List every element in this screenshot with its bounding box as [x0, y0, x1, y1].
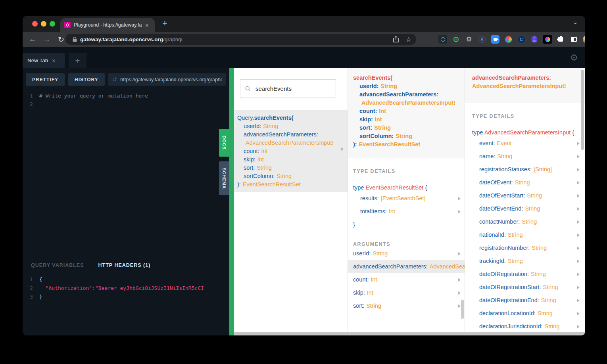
expand-icon[interactable]	[577, 168, 580, 171]
type-field-row[interactable]: dateOfEvent:String	[465, 176, 585, 189]
expand-icon[interactable]	[458, 210, 461, 213]
react-devtools-icon[interactable]	[438, 35, 447, 44]
docs-search-box[interactable]	[240, 79, 336, 98]
endpoint-field[interactable]: ↺	[108, 73, 226, 86]
type-field-row[interactable]: event:Event	[465, 137, 585, 150]
argument-row[interactable]: skip:Int	[348, 286, 465, 299]
expand-icon[interactable]	[577, 234, 580, 237]
type-field-row[interactable]: dateOfRegistration:String	[465, 268, 585, 281]
column-scrollbar[interactable]	[581, 70, 584, 150]
new-tab-button[interactable]: +	[162, 19, 167, 28]
history-button[interactable]: HISTORY	[68, 73, 105, 86]
expand-icon[interactable]	[577, 286, 580, 289]
expand-icon[interactable]	[458, 305, 461, 308]
search-result-query-searchevents[interactable]: Query.searchEvents( userId:String advanc…	[234, 110, 348, 192]
settings-gear-icon[interactable]: ⚙	[570, 52, 578, 63]
minimize-window-button[interactable]	[41, 21, 46, 27]
reload-button[interactable]: ↻	[57, 35, 65, 44]
type-field-row[interactable]: dateOfEventStart:String	[465, 189, 585, 202]
extensions-row: ⚙ A C	[438, 35, 585, 44]
a-badge-icon[interactable]: A	[478, 35, 486, 44]
c-swirl-icon[interactable]: C	[517, 35, 526, 44]
endpoint-input[interactable]	[120, 77, 222, 82]
type-field-row[interactable]: registrationStatuses:[String]	[465, 163, 585, 176]
pinwheel-icon[interactable]	[543, 35, 552, 44]
http-headers-editor[interactable]: 1{ 2 "Authorization":"Bearer eyJhbGciOiJ…	[23, 275, 229, 301]
type-field-row[interactable]: dateOfRegistrationStart:String	[465, 281, 585, 294]
type-field-row[interactable]: dateOfEventEnd:String	[465, 202, 585, 215]
prettify-button[interactable]: PRETTIFY	[26, 73, 65, 86]
docs-search-input[interactable]	[255, 85, 331, 92]
forward-button[interactable]: →	[42, 35, 51, 44]
expand-icon[interactable]	[577, 273, 580, 276]
expand-icon[interactable]	[577, 325, 580, 328]
argument-row[interactable]: count:Int	[348, 273, 465, 286]
pane-divider[interactable]	[229, 68, 234, 335]
loom-asterisk-icon[interactable]	[504, 35, 513, 44]
type-name-link[interactable]: AdvancedSearchParametersInput	[484, 129, 571, 136]
puzzle-extensions-icon[interactable]	[556, 35, 565, 44]
expand-icon[interactable]	[458, 291, 461, 295]
expand-icon[interactable]	[577, 299, 580, 302]
return-type-link[interactable]: EventSearchResultSet	[243, 181, 301, 188]
tab-http-headers[interactable]: HTTP HEADERS (1)	[98, 262, 151, 268]
address-bar[interactable]: gateway.farajaland.opencrvs.org/graphql …	[65, 34, 416, 45]
session-tab-close-icon[interactable]: ×	[52, 57, 55, 64]
argument-row[interactable]: advancedSearchParameters:AdvancedSearchP…	[348, 260, 465, 273]
expand-icon[interactable]	[341, 148, 344, 151]
zoom-camera-icon[interactable]	[491, 35, 499, 44]
argument-type-link[interactable]: AdvancedSearchParametersInput!	[472, 83, 566, 89]
reload-schema-icon[interactable]: ↺	[112, 76, 117, 83]
session-tab-new-tab[interactable]: New Tab ×	[23, 53, 65, 68]
type-field-row[interactable]: totalItems:Int	[348, 205, 465, 218]
type-field-row[interactable]: contactNumber:String	[465, 215, 585, 228]
column-scrollbar[interactable]	[461, 300, 464, 319]
browser-tab[interactable]: Playground - https://gateway.fa ×	[60, 18, 155, 32]
purple-asterisk-icon[interactable]	[530, 35, 539, 44]
expand-icon[interactable]	[577, 207, 580, 211]
expand-icon[interactable]	[577, 312, 580, 315]
type-name-link[interactable]: EventSearchResultSet	[365, 184, 423, 191]
type-field-row[interactable]: registrationNumber:String	[465, 241, 585, 255]
gear-extension-icon[interactable]: ⚙	[465, 35, 473, 44]
tab-search-chevron-icon[interactable]: ⌄	[573, 18, 578, 26]
query-editor[interactable]: 1# Write your query or mutation here 2	[23, 86, 229, 265]
type-field-row[interactable]: results:[EventSearchSet]	[348, 192, 465, 205]
tab-query-variables[interactable]: QUERY VARIABLES	[31, 262, 84, 268]
docs-field-column: searchEvents( userId:String advancedSear…	[348, 68, 465, 335]
expand-icon[interactable]	[458, 278, 461, 282]
back-button[interactable]: ←	[28, 35, 37, 44]
expand-icon[interactable]	[577, 247, 580, 250]
type-field-row[interactable]: nationalId:String	[465, 228, 585, 241]
type-field-row[interactable]: trackingId:String	[465, 255, 585, 268]
type-field-row[interactable]: dateOfRegistrationEnd:String	[465, 294, 585, 307]
expand-icon[interactable]	[577, 220, 580, 224]
expand-icon[interactable]	[577, 142, 580, 145]
variables-tabs: QUERY VARIABLES HTTP HEADERS (1)	[23, 256, 229, 268]
expand-icon[interactable]	[577, 155, 580, 158]
return-type-link[interactable]: EventSearchResultSet	[359, 141, 421, 148]
schema-tab[interactable]: SCHEMA	[219, 161, 229, 195]
type-field-row[interactable]: declarationJurisdictionId:String	[465, 320, 585, 333]
expand-icon[interactable]	[458, 197, 461, 200]
share-icon[interactable]	[393, 36, 399, 42]
docs-horizontal-scrollbar[interactable]	[234, 332, 585, 335]
argument-row[interactable]: userId:String	[348, 247, 465, 260]
zoom-window-button[interactable]	[50, 21, 55, 27]
bookmark-star-icon[interactable]: ☆	[406, 36, 411, 43]
green-radar-icon[interactable]	[451, 35, 460, 44]
docs-tab[interactable]: DOCS	[219, 129, 229, 157]
browser-menu-icon[interactable]: ⋮	[573, 35, 580, 43]
expand-icon[interactable]	[577, 181, 580, 184]
new-session-button[interactable]: +	[69, 53, 86, 68]
expand-icon[interactable]	[577, 260, 580, 263]
close-window-button[interactable]	[32, 21, 38, 27]
browser-tab-title: Playground - https://gateway.fa	[74, 22, 142, 28]
expand-icon[interactable]	[577, 194, 580, 197]
type-field-row[interactable]: name:String	[465, 150, 585, 163]
tab-close-icon[interactable]: ×	[145, 22, 149, 28]
argument-row[interactable]: sort:String	[348, 299, 465, 312]
expand-icon[interactable]	[458, 252, 461, 255]
profile-avatar[interactable]	[582, 35, 585, 44]
type-field-row[interactable]: declarationLocationId:String	[465, 307, 585, 320]
